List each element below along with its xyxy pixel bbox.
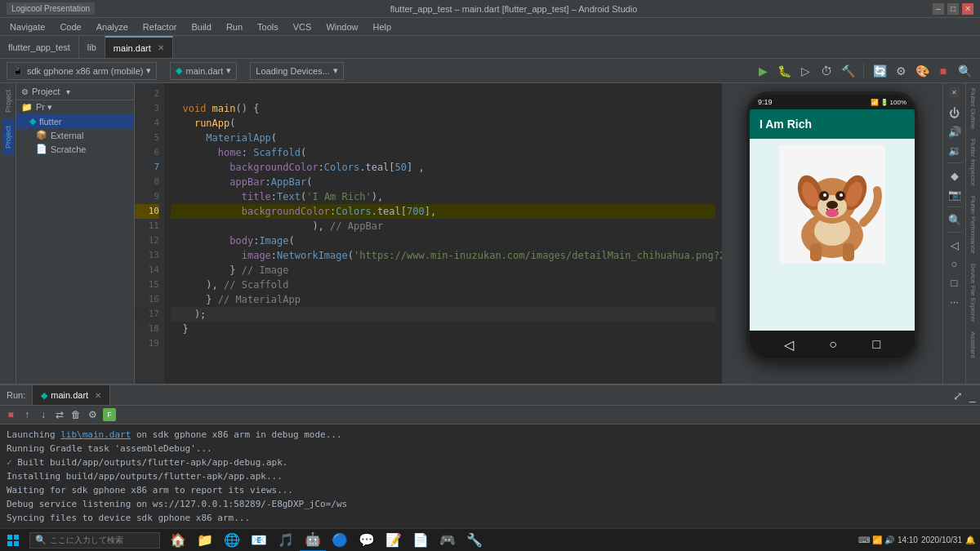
assistant-side-tab[interactable]: Assistant bbox=[968, 327, 978, 362]
square-nav-button[interactable]: □ bbox=[947, 274, 963, 291]
flutter-inspector-tab[interactable]: Flutter Inspector bbox=[968, 134, 978, 191]
tree-item-external[interactable]: 📦 External bbox=[16, 128, 134, 142]
external-label: External bbox=[51, 131, 83, 140]
phone-status-icons: 📶 🔋 100% bbox=[871, 99, 906, 106]
menu-navigate[interactable]: Navigate bbox=[3, 20, 51, 33]
right-side-panel: Flutter Outline Flutter Inspector Flutte… bbox=[965, 83, 980, 384]
taskbar-app-3[interactable]: 🌐 bbox=[219, 529, 245, 552]
svg-rect-17 bbox=[7, 535, 12, 540]
build-button[interactable]: 🔨 bbox=[839, 62, 857, 80]
svg-point-13 bbox=[823, 193, 826, 197]
stop-console-button[interactable]: ■ bbox=[3, 407, 18, 422]
menu-code[interactable]: Code bbox=[53, 20, 87, 33]
project-structure-tab[interactable]: Project bbox=[2, 119, 14, 155]
maximize-button[interactable]: □ bbox=[947, 3, 959, 15]
project-vertical-tab[interactable]: Project bbox=[2, 83, 14, 119]
rotate-button[interactable]: ◆ bbox=[947, 167, 963, 184]
flutter-label: flutter bbox=[39, 117, 62, 127]
maindart-tab[interactable]: main.dart ✕ bbox=[105, 36, 173, 58]
ln-11: 11 bbox=[135, 219, 159, 233]
profile-button[interactable]: ⏱ bbox=[817, 62, 835, 80]
lib-tab[interactable]: lib bbox=[79, 36, 105, 58]
clear-console-button[interactable]: 🗑 bbox=[69, 407, 83, 422]
main-dart-link[interactable]: lib\main.dart bbox=[60, 429, 131, 440]
main-dart-tab-label: main.dart bbox=[51, 390, 88, 400]
start-button[interactable] bbox=[0, 529, 26, 552]
flutter-performance-tab[interactable]: Flutter Performance bbox=[968, 191, 978, 259]
settings-console-button[interactable]: ⚙ bbox=[85, 407, 100, 422]
zoom-button[interactable]: 🔍 bbox=[947, 211, 963, 228]
scroll-bottom-button[interactable]: ↓ bbox=[36, 407, 51, 422]
right-device-toolbar: ✕ ⏻ 🔊 🔉 ◆ 📷 🔍 ◁ ○ □ ··· bbox=[942, 83, 965, 384]
code-editor[interactable]: 2 3 4 5 6 7 8 9 10 11 12 13 14 15 16 17 bbox=[135, 83, 722, 384]
back-nav-button[interactable]: ◁ bbox=[947, 237, 963, 253]
run-button[interactable]: ▶ bbox=[754, 62, 772, 80]
wrap-button[interactable]: ⇄ bbox=[52, 407, 67, 422]
loading-dropdown[interactable]: Loading Devices... ▾ bbox=[250, 62, 344, 80]
minimize-button[interactable]: – bbox=[933, 3, 944, 15]
device-toolbar-header: ✕ bbox=[949, 87, 960, 99]
expand-bottom-button[interactable]: ⤢ bbox=[951, 385, 965, 406]
menu-build[interactable]: Build bbox=[185, 20, 217, 33]
taskbar-notification[interactable]: 🔔 bbox=[965, 535, 975, 544]
taskbar-app-misc[interactable]: 🔧 bbox=[461, 529, 488, 552]
screenshot-button[interactable]: 📷 bbox=[947, 186, 963, 202]
tree-item-pr[interactable]: 📁 Pr ▾ bbox=[16, 100, 134, 114]
tree-item-scratch[interactable]: 📄 Scratche bbox=[16, 142, 134, 156]
debug-button[interactable]: 🐛 bbox=[775, 62, 793, 80]
menu-bar: Navigate Code Analyze Refactor Build Run… bbox=[0, 18, 980, 36]
device-toolbar-x-icon[interactable]: ✕ bbox=[951, 89, 957, 96]
taskbar-app-word[interactable]: 📝 bbox=[381, 529, 407, 552]
taskbar-app-4[interactable]: 📧 bbox=[246, 529, 272, 552]
taskbar-app-1[interactable]: 🏠 bbox=[165, 529, 191, 552]
taskbar-app-browser[interactable]: 🔵 bbox=[327, 529, 353, 552]
taskbar-app-studio[interactable]: 🤖 bbox=[300, 529, 326, 552]
close-button[interactable]: ✕ bbox=[962, 3, 973, 15]
code-area[interactable]: void main() { runApp( MaterialApp( home:… bbox=[164, 83, 722, 384]
hide-bottom-button[interactable]: _ bbox=[965, 385, 980, 406]
device-file-tab[interactable]: Device File Explorer bbox=[968, 259, 978, 327]
taskbar-app-2[interactable]: 📁 bbox=[192, 529, 218, 552]
taskbar-app-chat[interactable]: 💬 bbox=[354, 529, 380, 552]
volume-up-button[interactable]: 🔊 bbox=[947, 123, 963, 140]
flutter-outline-tab[interactable]: Flutter Outline bbox=[968, 83, 978, 134]
ln-10: 10 bbox=[135, 204, 159, 219]
menu-vcs[interactable]: VCS bbox=[287, 20, 318, 33]
volume-down-button[interactable]: 🔉 bbox=[947, 142, 963, 158]
project-tree-panel: ⚙ Project ▾ 📁 Pr ▾ ◆ flutter 📦 External … bbox=[16, 83, 135, 384]
battery-icon: 🔋 bbox=[880, 99, 889, 106]
device-dropdown[interactable]: 📱 sdk gphone x86 arm (mobile) ▾ bbox=[7, 62, 157, 80]
close-run-tab-icon[interactable]: ✕ bbox=[95, 391, 101, 400]
taskbar-app-docs[interactable]: 📄 bbox=[408, 529, 434, 552]
stop-button[interactable]: ■ bbox=[934, 62, 952, 80]
menu-help[interactable]: Help bbox=[367, 20, 399, 33]
ln-7: 7 bbox=[135, 160, 159, 175]
home-button-icon: ○ bbox=[829, 337, 837, 352]
config-dropdown[interactable]: ◆ main.dart ▾ bbox=[170, 62, 237, 80]
menu-tools[interactable]: Tools bbox=[251, 20, 285, 33]
more-button[interactable]: ··· bbox=[947, 293, 963, 309]
search-button[interactable]: 🔍 bbox=[956, 62, 973, 80]
taskbar-date: 2020/10/31 bbox=[921, 535, 962, 544]
sync-button[interactable]: 🔄 bbox=[871, 62, 889, 80]
project-tab[interactable]: flutter_app_test bbox=[0, 36, 79, 58]
scroll-top-button[interactable]: ↑ bbox=[20, 407, 34, 422]
main-dart-run-tab[interactable]: ◆ main.dart ✕ bbox=[33, 385, 110, 405]
taskbar-app-5[interactable]: 🎵 bbox=[273, 529, 299, 552]
title-bar-controls: – □ ✕ bbox=[933, 3, 973, 15]
menu-window[interactable]: Window bbox=[319, 20, 364, 33]
taskbar-app-game[interactable]: 🎮 bbox=[434, 529, 461, 552]
flutter-icon-btn[interactable]: F bbox=[103, 408, 116, 421]
menu-run[interactable]: Run bbox=[220, 20, 249, 33]
left-vertical-tabs: Project Project bbox=[0, 83, 16, 384]
coverage-button[interactable]: ▷ bbox=[796, 62, 814, 80]
home-nav-button[interactable]: ○ bbox=[947, 256, 963, 272]
settings-button[interactable]: ⚙ bbox=[892, 62, 910, 80]
close-tab-icon[interactable]: ✕ bbox=[158, 43, 164, 52]
power-button[interactable]: ⏻ bbox=[947, 104, 963, 121]
theme-button[interactable]: 🎨 bbox=[913, 62, 931, 80]
menu-analyze[interactable]: Analyze bbox=[90, 20, 135, 33]
search-bar[interactable]: 🔍 ここに入力して検索 bbox=[29, 532, 160, 549]
tree-item-flutter[interactable]: ◆ flutter bbox=[16, 114, 134, 128]
menu-refactor[interactable]: Refactor bbox=[136, 20, 184, 33]
